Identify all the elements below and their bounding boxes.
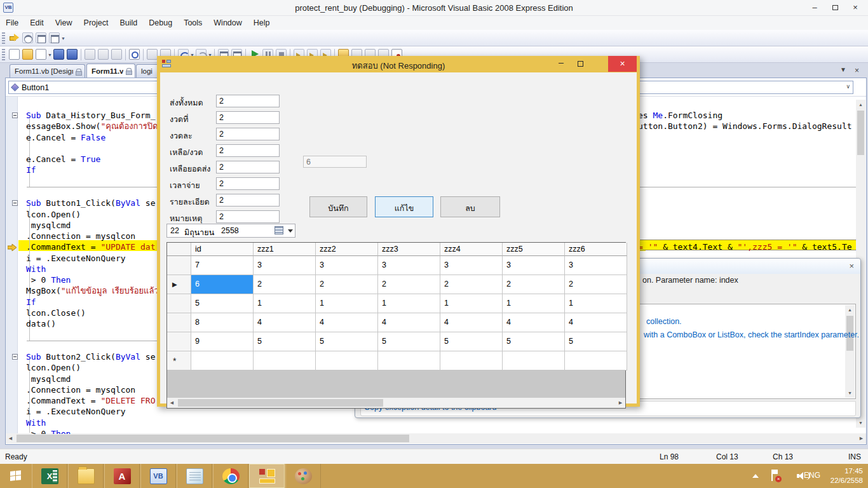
window-minimize-icon[interactable]: – [804,0,825,16]
dialog-button[interactable]: แก้ไข [375,196,433,217]
grid-cell-selected[interactable]: 6 [191,275,254,294]
grid-cell[interactable]: 7 [191,256,254,275]
scroll-down-icon[interactable]: ▼ [856,418,865,428]
field-textbox[interactable]: 2 [216,210,280,223]
grid-corner-header[interactable] [167,243,191,256]
grid-cell[interactable]: 2 [440,275,503,294]
start-button[interactable] [0,464,32,488]
taskbar-app-excel[interactable]: X [32,464,67,488]
collapse-region-icon[interactable] [12,354,18,360]
grid-cell[interactable]: 3 [565,256,627,275]
taskbar-app-visual-basic[interactable]: VB [140,464,176,488]
grid-column-header[interactable]: id [191,243,254,256]
combo-dropdown-icon[interactable]: ∨ [846,83,850,90]
field-textbox[interactable]: 2 [216,144,280,157]
cut-icon[interactable] [85,49,95,60]
taskbar-app-notepad[interactable] [177,464,212,488]
grid-cell-empty[interactable] [191,351,254,370]
find-in-files-icon[interactable] [129,49,140,60]
grid-row-header[interactable] [167,256,191,275]
grid-cell[interactable]: 4 [565,313,627,332]
dialog-button[interactable]: ลบ [440,196,500,217]
grid-cell[interactable]: 1 [440,294,503,313]
tab-list-chevron-icon[interactable]: ▼ [840,66,846,73]
language-indicator[interactable]: ENG [804,471,820,480]
field-textbox[interactable]: 2 [216,95,280,107]
grid-column-header[interactable]: zzz2 [316,243,378,256]
grid-cell-empty[interactable] [378,351,440,370]
troubleshooting-tip-link[interactable]: collection. [646,317,682,326]
field-textbox[interactable]: 2 [216,194,280,207]
grid-cell[interactable]: 5 [503,332,565,351]
dialog-maximize-icon[interactable] [571,56,589,72]
tab-form11-vb[interactable]: Form11.vb [86,64,135,78]
grid-cell[interactable]: 2 [378,275,440,294]
grid-column-header[interactable]: zzz3 [378,243,440,256]
scroll-right-icon[interactable]: ▶ [857,433,866,443]
grid-cell[interactable]: 3 [254,256,316,275]
grid-row-header[interactable] [167,332,191,351]
grid-column-header[interactable]: zzz5 [503,243,565,256]
hscroll-thumb[interactable] [17,435,409,442]
grid-cell-empty[interactable] [503,351,565,370]
menu-window[interactable]: Window [208,17,247,29]
tab-form11-vb-design-[interactable]: Form11.vb [Design] [10,64,85,78]
editor-horizontal-scrollbar[interactable]: ◀ ▶ [6,433,866,444]
window-restore-icon[interactable] [825,0,845,16]
grid-cell-empty[interactable] [254,351,316,370]
troubleshooting-tip-link[interactable]: with a ComboBox or ListBox, check the st… [644,330,859,339]
calendar-icon[interactable] [275,226,283,234]
show-hidden-icons-icon[interactable] [752,474,759,478]
copy-icon[interactable] [98,49,109,60]
clock[interactable]: 17:45 22/6/2558 [831,466,863,485]
menu-project[interactable]: Project [78,17,114,29]
grid-scroll-left-icon[interactable]: ◀ [167,398,177,407]
watch-window-icon[interactable] [49,32,60,43]
grid-cell[interactable]: 5 [254,332,316,351]
menu-build[interactable]: Build [114,17,143,29]
tab-close-icon[interactable]: × [855,66,859,75]
grid-column-header[interactable]: zzz6 [565,243,627,256]
window-close-icon[interactable]: × [845,0,865,16]
field-textbox[interactable]: 2 [216,161,280,173]
grid-cell[interactable]: 2 [254,275,316,294]
grid-cell[interactable]: 2 [503,275,565,294]
field-textbox[interactable]: 2 [216,177,280,190]
grid-cell[interactable]: 3 [440,256,503,275]
grid-cell[interactable]: 3 [378,256,440,275]
comment-lines-icon[interactable] [147,49,158,60]
save-all-icon[interactable] [67,49,78,60]
grid-cell[interactable]: 4 [378,313,440,332]
grid-cell-empty[interactable] [565,351,627,370]
tips-scrollbar[interactable]: ▲ ▼ [845,305,855,398]
breakpoints-window-icon[interactable] [22,32,33,43]
new-project-icon[interactable] [36,49,46,60]
readonly-textbox[interactable]: 6 [303,156,367,168]
taskbar-app-chrome[interactable] [213,464,248,488]
taskbar-app-winforms-app[interactable] [249,464,285,488]
dialog-titlebar[interactable]: ทดสอบ (Not Responding) – × [157,56,640,72]
grid-cell[interactable]: 3 [503,256,565,275]
grid-row-header[interactable] [167,313,191,332]
grid-cell[interactable]: 8 [191,313,254,332]
grid-scroll-right-icon[interactable]: ▶ [616,398,625,407]
grid-cell-empty[interactable] [316,351,378,370]
grid-hscroll-thumb[interactable] [178,399,383,407]
toolbar-caret-icon[interactable]: ▼ [48,50,52,60]
menu-debug[interactable]: Debug [143,17,178,29]
menu-tools[interactable]: Tools [178,17,208,29]
field-textbox[interactable]: 2 [216,128,280,140]
toolbar-caret-icon[interactable]: ▼ [61,33,65,43]
grid-cell[interactable]: 1 [565,294,627,313]
date-picker[interactable]: 22 มิถุนายน 2558 [166,224,295,238]
field-textbox[interactable]: 2 [216,111,280,124]
menu-view[interactable]: View [50,17,78,29]
grid-row-header[interactable]: ▶ [167,275,191,294]
tips-scroll-down-icon[interactable]: ▼ [845,388,855,398]
menu-file[interactable]: File [0,17,24,29]
grid-cell[interactable]: 1 [503,294,565,313]
datepicker-dropdown-icon[interactable] [288,229,293,233]
grid-cell[interactable]: 4 [503,313,565,332]
grid-cell[interactable]: 5 [378,332,440,351]
grid-cell[interactable]: 3 [316,256,378,275]
